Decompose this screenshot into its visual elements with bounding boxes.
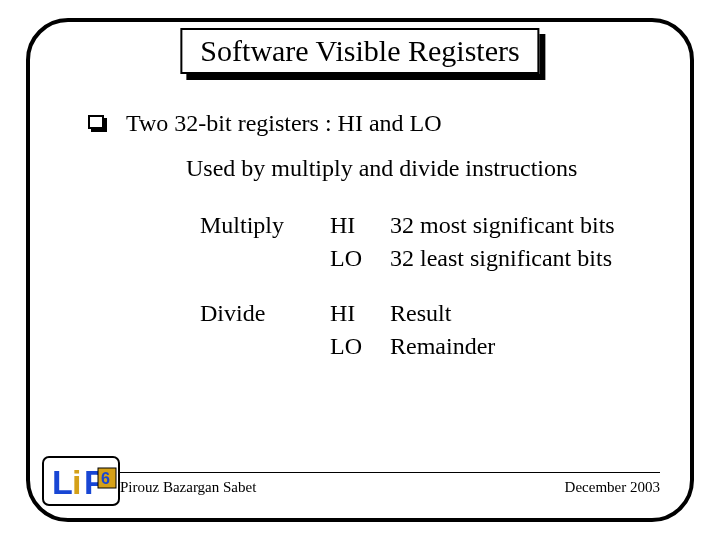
divide-label: Divide	[200, 300, 330, 327]
register-table: Multiply HI 32 most significant bits LO …	[200, 212, 660, 360]
lip6-logo: L i P 6	[42, 456, 120, 506]
multiply-lo-row: LO 32 least significant bits	[200, 245, 660, 272]
multiply-hi-reg: HI	[330, 212, 390, 239]
logo-6: 6	[101, 470, 110, 487]
slide: Software Visible Registers Two 32-bit re…	[0, 0, 720, 540]
sub-line: Used by multiply and divide instructions	[186, 155, 660, 182]
divide-hi-reg: HI	[330, 300, 390, 327]
slide-title-box: Software Visible Registers	[180, 28, 539, 74]
multiply-lo-reg: LO	[330, 245, 390, 272]
multiply-hi-row: Multiply HI 32 most significant bits	[200, 212, 660, 239]
bullet-text: Two 32-bit registers : HI and LO	[126, 110, 442, 137]
footer-date: December 2003	[565, 479, 660, 496]
bullet-icon	[88, 115, 108, 133]
footer: Pirouz Bazargan Sabet December 2003	[120, 472, 660, 496]
divide-hi-desc: Result	[390, 300, 660, 327]
multiply-hi-desc: 32 most significant bits	[390, 212, 660, 239]
footer-divider	[120, 472, 660, 473]
logo-l: L	[52, 463, 73, 501]
slide-title: Software Visible Registers	[180, 28, 539, 74]
divide-lo-reg: LO	[330, 333, 390, 360]
divide-lo-row: LO Remainder	[200, 333, 660, 360]
multiply-lo-desc: 32 least significant bits	[390, 245, 660, 272]
footer-author: Pirouz Bazargan Sabet	[120, 479, 256, 496]
divide-hi-row: Divide HI Result	[200, 300, 660, 327]
bullet-line: Two 32-bit registers : HI and LO	[130, 110, 660, 137]
divide-lo-desc: Remainder	[390, 333, 660, 360]
content-area: Two 32-bit registers : HI and LO Used by…	[130, 110, 660, 366]
multiply-label: Multiply	[200, 212, 330, 239]
logo-i: i	[72, 463, 81, 501]
